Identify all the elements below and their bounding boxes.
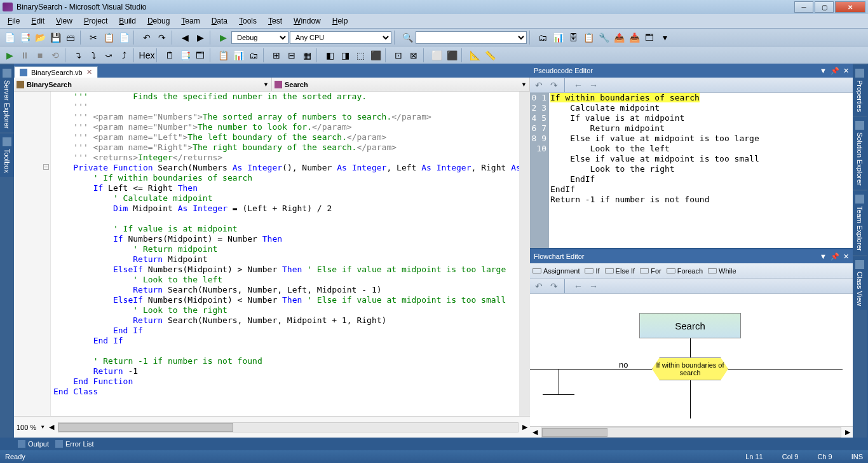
fc-tool-while[interactable]: While [708,266,736,275]
vertical-scrollbar[interactable] [519,92,530,416]
redo-icon[interactable]: ↷ [548,79,560,92]
flowchart-canvas[interactable]: Search If within boundaries of search no [530,294,853,426]
step-over-icon[interactable]: ⤻ [102,48,116,62]
fc-tool-for[interactable]: For [640,266,661,275]
dbg17-icon[interactable]: ⬛ [445,48,459,62]
panel-menu-icon[interactable]: ▼ [820,67,827,75]
close-tab-icon[interactable]: ✕ [86,68,92,76]
side-tab-class-view[interactable]: Class View [853,256,867,310]
flowchart-start-node[interactable]: Search [639,313,741,338]
bottom-tab-error-list[interactable]: Error List [55,440,94,448]
start-debug-icon[interactable]: ▶ [216,31,230,45]
scroll-right-icon[interactable]: ▶ [522,423,527,431]
dbg3-icon[interactable]: 🗔 [193,48,207,62]
panel-close-icon[interactable]: ✕ [843,67,849,75]
nav-fwd-icon[interactable]: ▶ [193,31,207,45]
ext6-icon[interactable]: 📤 [612,31,626,45]
run-icon[interactable]: ▶ [3,48,17,62]
add-item-icon[interactable]: 📑 [18,31,32,45]
collapse-icon[interactable]: − [43,164,49,170]
panel-menu-icon[interactable]: ▼ [820,252,827,261]
member-selector[interactable]: Search ▼ [272,78,530,91]
menu-help[interactable]: Help [327,15,353,27]
undo-icon[interactable]: ↶ [532,280,545,293]
dbg7-icon[interactable]: ⊞ [269,48,283,62]
dbg10-icon[interactable]: ◧ [323,48,337,62]
step-out-icon[interactable]: ⤴ [117,48,131,62]
menu-team[interactable]: Team [176,15,205,27]
menu-window[interactable]: Window [288,15,326,27]
scroll-left-icon[interactable]: ◀ [532,428,538,436]
pause-icon[interactable]: ⏸ [18,48,32,62]
forward-icon[interactable]: → [587,79,600,92]
code-editor[interactable]: ''' Finds the specified number in the so… [51,92,519,416]
bottom-tab-output[interactable]: Output [18,440,49,448]
dbg9-icon[interactable]: ▦ [300,48,314,62]
flowchart-condition-node[interactable]: If within boundaries of search [652,357,728,380]
panel-pin-icon[interactable]: 📌 [831,67,839,75]
fc-tool-foreach[interactable]: Foreach [667,266,703,275]
menu-data[interactable]: Data [207,15,233,27]
dbg16-icon[interactable]: ⬜ [430,48,444,62]
menu-debug[interactable]: Debug [142,15,175,27]
dbg8-icon[interactable]: ⊟ [285,48,299,62]
dbg18-icon[interactable]: 📐 [468,48,482,62]
fc-tool-if[interactable]: If [585,266,599,275]
dbg6-icon[interactable]: 🗂 [247,48,261,62]
menu-file[interactable]: File [3,15,25,27]
side-tab-toolbox[interactable]: Toolbox [0,134,14,177]
zoom-chevron-icon[interactable]: ▼ [40,424,45,430]
open-icon[interactable]: 📂 [33,31,47,45]
save-all-icon[interactable]: 🗃 [64,31,78,45]
step-icon[interactable]: ↴ [71,48,85,62]
menu-view[interactable]: View [51,15,78,27]
fc-tool-else-if[interactable]: Else If [605,266,635,275]
redo-icon[interactable]: ↷ [548,280,560,293]
redo-icon[interactable]: ↷ [155,31,169,45]
forward-icon[interactable]: → [587,280,600,293]
menu-tools[interactable]: Tools [234,15,262,27]
zoom-level[interactable]: 100 % [17,424,36,431]
scroll-right-icon[interactable]: ▶ [845,428,850,436]
dbg15-icon[interactable]: ⊠ [407,48,421,62]
panel-close-icon[interactable]: ✕ [843,252,849,261]
new-project-icon[interactable]: 📄 [3,31,17,45]
stop-icon[interactable]: ■ [33,48,47,62]
paste-icon[interactable]: 📄 [117,31,131,45]
side-tab-solution-explorer[interactable]: Solution Explorer [853,117,867,190]
undo-icon[interactable]: ↶ [532,79,545,92]
menu-build[interactable]: Build [114,15,141,27]
dbg12-icon[interactable]: ⬚ [353,48,367,62]
cut-icon[interactable]: ✂ [86,31,100,45]
dbg19-icon[interactable]: 📏 [483,48,497,62]
side-tab-properties[interactable]: Properties [853,65,867,116]
fc-tool-assignment[interactable]: Assignment [532,266,580,275]
ext5-icon[interactable]: 🔧 [597,31,611,45]
ext7-icon[interactable]: 📥 [627,31,641,45]
horizontal-scrollbar[interactable] [541,427,841,438]
maximize-button[interactable]: ▢ [815,1,834,13]
dbg5-icon[interactable]: 📊 [231,48,245,62]
dbg13-icon[interactable]: ⬛ [369,48,383,62]
platform-select[interactable]: Any CPU [290,31,391,44]
minimize-button[interactable]: ─ [794,1,813,13]
dbg4-icon[interactable]: 📋 [216,48,230,62]
menu-edit[interactable]: Edit [26,15,50,27]
ext3-icon[interactable]: 🗄 [566,31,580,45]
close-button[interactable]: ✕ [835,1,865,13]
back-icon[interactable]: ← [572,79,585,92]
hex-button[interactable]: Hex [140,48,154,62]
find-icon[interactable]: 🔍 [400,31,414,45]
side-tab-team-explorer[interactable]: Team Explorer [853,191,867,255]
ext8-icon[interactable]: 🗔 [642,31,656,45]
config-select[interactable]: Debug [231,31,288,44]
undo-icon[interactable]: ↶ [140,31,154,45]
restart-icon[interactable]: ⟲ [48,48,62,62]
save-icon[interactable]: 💾 [48,31,62,45]
panel-pin-icon[interactable]: 📌 [831,252,839,261]
pseudo-editor[interactable]: If within boundaries of search Calculate… [549,93,853,248]
ext2-icon[interactable]: 📊 [551,31,565,45]
menu-project[interactable]: Project [79,15,112,27]
side-tab-server-explorer[interactable]: Server Explorer [0,65,14,132]
dbg11-icon[interactable]: ◨ [338,48,352,62]
